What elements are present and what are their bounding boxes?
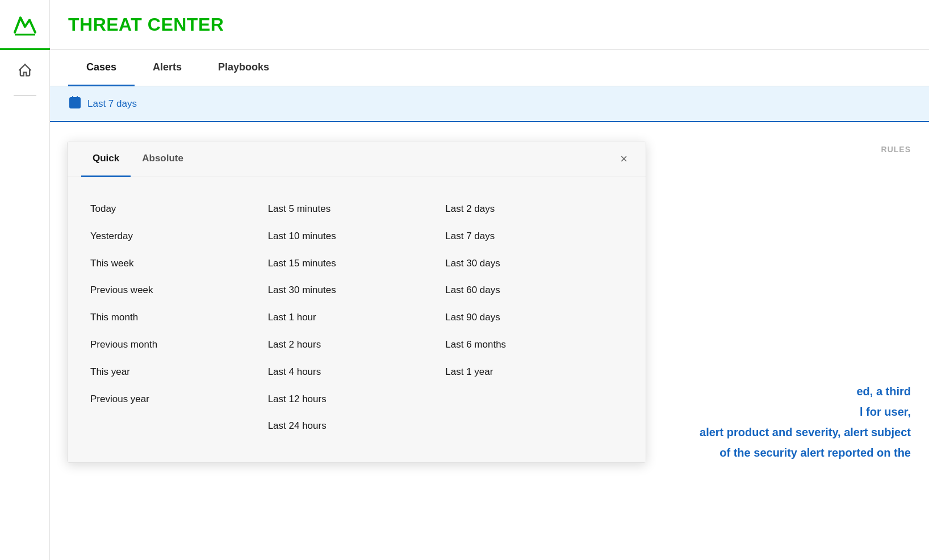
calendar-icon	[68, 95, 82, 112]
header: THREAT CENTER	[50, 0, 929, 50]
main-content: THREAT CENTER Cases Alerts Playbooks Las…	[50, 0, 929, 560]
quick-option-last-7-days[interactable]: Last 7 days	[445, 223, 623, 250]
quick-option-last-30-days[interactable]: Last 30 days	[445, 250, 623, 277]
quick-col-3: Last 2 days Last 7 days Last 30 days Las…	[445, 195, 623, 440]
bg-text-1: ed, a third	[700, 381, 911, 402]
quick-date-dropdown: Quick Absolute × Today Yesterday This we…	[67, 141, 646, 463]
quick-option-last-5-min[interactable]: Last 5 minutes	[268, 195, 446, 223]
sidebar-logo	[0, 0, 50, 50]
home-icon	[17, 62, 33, 78]
sidebar	[0, 0, 50, 560]
sidebar-item-home[interactable]	[0, 50, 50, 91]
quick-option-last-90-days[interactable]: Last 90 days	[445, 304, 623, 331]
quick-option-last-10-min[interactable]: Last 10 minutes	[268, 223, 446, 250]
quick-options-grid: Today Yesterday This week Previous week …	[90, 195, 623, 440]
sidebar-divider	[14, 95, 36, 96]
tab-playbooks[interactable]: Playbooks	[200, 50, 287, 86]
quick-option-last-2-days[interactable]: Last 2 days	[445, 195, 623, 223]
quick-option-this-year[interactable]: This year	[90, 358, 268, 386]
dropdown-tab-quick[interactable]: Quick	[81, 141, 131, 177]
filter-bar: Last 7 days	[50, 86, 929, 122]
quick-option-last-60-days[interactable]: Last 60 days	[445, 277, 623, 304]
quick-option-last-1-year[interactable]: Last 1 year	[445, 358, 623, 386]
bg-text-2: l for user,	[700, 402, 911, 422]
bg-text-4: of the security alert reported on the	[700, 442, 911, 463]
date-filter-button[interactable]: Last 7 days	[68, 95, 137, 112]
tabs-bar: Cases Alerts Playbooks	[50, 50, 929, 86]
quick-option-last-1-hour[interactable]: Last 1 hour	[268, 304, 446, 331]
quick-option-today[interactable]: Today	[90, 195, 268, 223]
page-title: THREAT CENTER	[68, 14, 224, 35]
quick-option-last-12-hours[interactable]: Last 12 hours	[268, 386, 446, 413]
tab-alerts[interactable]: Alerts	[135, 50, 200, 86]
quick-col-1: Today Yesterday This week Previous week …	[90, 195, 268, 440]
bg-text-3: alert product and severity, alert subjec…	[700, 422, 911, 442]
quick-option-last-2-hours[interactable]: Last 2 hours	[268, 331, 446, 358]
app-logo-icon	[12, 12, 37, 37]
quick-option-yesterday[interactable]: Yesterday	[90, 223, 268, 250]
bg-blue-text: ed, a third l for user, alert product an…	[700, 381, 911, 474]
quick-option-last-30-min[interactable]: Last 30 minutes	[268, 277, 446, 304]
quick-option-last-4-hours[interactable]: Last 4 hours	[268, 358, 446, 386]
dropdown-close-button[interactable]: ×	[616, 148, 632, 170]
dropdown-content: Today Yesterday This week Previous week …	[68, 177, 646, 462]
quick-option-last-15-min[interactable]: Last 15 minutes	[268, 250, 446, 277]
quick-option-last-24-hours[interactable]: Last 24 hours	[268, 412, 446, 440]
tab-cases[interactable]: Cases	[68, 50, 135, 86]
date-filter-label: Last 7 days	[87, 98, 137, 110]
quick-option-last-6-months[interactable]: Last 6 months	[445, 331, 623, 358]
quick-option-this-month[interactable]: This month	[90, 304, 268, 331]
quick-option-previous-week[interactable]: Previous week	[90, 277, 268, 304]
quick-option-this-week[interactable]: This week	[90, 250, 268, 277]
quick-option-previous-month[interactable]: Previous month	[90, 331, 268, 358]
quick-option-previous-year[interactable]: Previous year	[90, 386, 268, 413]
quick-col-2: Last 5 minutes Last 10 minutes Last 15 m…	[268, 195, 446, 440]
dropdown-header: Quick Absolute ×	[68, 141, 646, 177]
svg-rect-1	[70, 98, 80, 108]
dropdown-tab-absolute[interactable]: Absolute	[131, 141, 195, 177]
rules-label: RULES	[881, 145, 911, 154]
